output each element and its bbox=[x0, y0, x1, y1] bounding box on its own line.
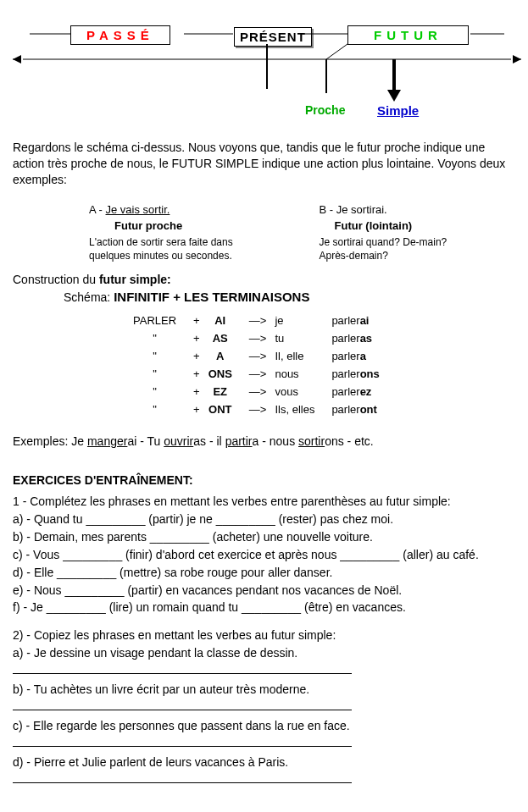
ex-a-desc: L'action de sortir sera faite dans quelq… bbox=[89, 235, 242, 262]
answer-line bbox=[13, 736, 515, 749]
conj-row: "+EZ—>vousparlerez bbox=[133, 384, 388, 400]
link-simple[interactable]: Simple bbox=[377, 103, 419, 118]
ex-b-prefix: B - bbox=[320, 203, 336, 216]
constr-bold: futur simple: bbox=[99, 273, 171, 286]
ex-a-label: Futur proche bbox=[89, 219, 277, 232]
ex2-item: c) - Elle regarde les personnes que pass… bbox=[13, 718, 515, 734]
ex-a-prefix: A - bbox=[89, 203, 106, 216]
exemples-line: Exemples: Je mangerai - Tu ouvriras - il… bbox=[13, 434, 515, 448]
ex1-item: c) - Vous _________ (finir) d'abord cet … bbox=[13, 547, 515, 563]
ex-a-sentence: Je vais sortir. bbox=[106, 203, 170, 216]
svg-marker-8 bbox=[13, 55, 21, 64]
example-b: B - Je sortirai. Futur (lointain) Je sor… bbox=[286, 203, 516, 262]
exercices-title: EXERCICES D'ENTRAÎNEMENT: bbox=[13, 473, 515, 487]
ex2-item: b) - Tu achètes un livre écrit par un au… bbox=[13, 682, 515, 698]
ex-b-desc: Je sortirai quand? De-main? Après-demain… bbox=[320, 235, 472, 262]
example-a: A - Je vais sortir. Futur proche L'actio… bbox=[13, 203, 286, 262]
svg-line-4 bbox=[326, 44, 347, 59]
ex1-intro: 1 - Complétez les phrases en mettant les… bbox=[13, 494, 515, 510]
answer-line bbox=[13, 772, 515, 786]
ex-b-label: Futur (lointain) bbox=[320, 219, 508, 232]
conj-row: PARLER+AI—>jeparlerai bbox=[133, 312, 388, 329]
conjugation-table: PARLER+AI—>jeparlerai"+AS—>tuparleras"+A… bbox=[131, 311, 390, 419]
answer-line bbox=[13, 699, 515, 713]
answer-line bbox=[13, 663, 515, 677]
ex2-item: d) - Pierre et Julie parlent de leurs va… bbox=[13, 754, 515, 771]
conj-row: "+A—>Il, elleparlera bbox=[133, 348, 388, 364]
examples-pair: A - Je vais sortir. Futur proche L'actio… bbox=[13, 203, 515, 262]
ex1-item: f) - Je _________ (lire) un romain quand… bbox=[13, 599, 515, 616]
intro-paragraph: Regardons le schéma ci-dessus. Nous voyo… bbox=[13, 140, 515, 188]
ex1-item: e) - Nous _________ (partir) en vacances… bbox=[13, 583, 515, 599]
construction-heading: Construction du futur simple: bbox=[13, 273, 515, 286]
schema-label: Schéma: bbox=[64, 290, 114, 304]
svg-marker-13 bbox=[387, 90, 401, 102]
conj-row: "+ONT—>Ils, ellesparleront bbox=[133, 401, 388, 417]
conj-row: "+AS—>tuparleras bbox=[133, 330, 388, 346]
ex1-item: d) - Elle _________ (mettre) sa robe rou… bbox=[13, 565, 515, 581]
constr-label: Construction du bbox=[13, 273, 99, 286]
ex1-item: b) - Demain, mes parents _________ (ache… bbox=[13, 529, 515, 545]
schema-line: Schéma: INFINITIF + LES TERMINAISONS bbox=[64, 290, 515, 304]
ex1-item: a) - Quand tu _________ (partir) je ne _… bbox=[13, 511, 515, 528]
timeline-diagram: PASSÉ PRÉSENT FUTUR Proche Simple bbox=[13, 8, 515, 123]
ex2-intro: 2) - Copiez les phrases en mettant les v… bbox=[13, 627, 515, 644]
svg-marker-9 bbox=[513, 55, 521, 64]
ex1-list: a) - Quand tu _________ (partir) je ne _… bbox=[13, 511, 515, 616]
conj-row: "+ONS—>nousparlerons bbox=[133, 366, 388, 382]
label-proche: Proche bbox=[305, 103, 345, 117]
ex2-list: a) - Je dessine un visage pendant la cla… bbox=[13, 645, 515, 786]
schema-bold: INFINITIF + LES TERMINAISONS bbox=[114, 290, 309, 304]
ex-b-sentence: Je sortirai. bbox=[336, 203, 387, 216]
ex2-item: a) - Je dessine un visage pendant la cla… bbox=[13, 645, 515, 661]
timeline-svg bbox=[13, 8, 521, 123]
